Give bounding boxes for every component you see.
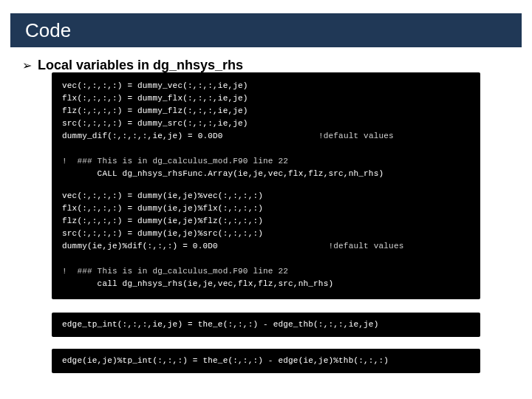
code-line: flx(:,:,:,:) = dummy_flx(:,:,:,ie,je) [62, 94, 248, 103]
code-line: src(:,:,:,:) = dummy_src(:,:,:,ie,je) [62, 119, 248, 128]
bullet-text: Local variables in dg_nhsys_rhs [38, 58, 243, 73]
code-block-1: vec(:,:,:,:) = dummy_vec(:,:,:,ie,je) fl… [52, 72, 480, 189]
code-line: flx(:,:,:,:) = dummy(ie,je)%flx(:,:,:,:) [62, 204, 263, 213]
code-line: vec(:,:,:,:) = dummy(ie,je)%vec(:,:,:,:) [62, 191, 263, 200]
code-line: edge(ie,je)%tp_int(:,:,:) = the_e(:,:,:)… [62, 356, 389, 365]
code-comment: ! ### This is in dg_calculus_mod.F90 lin… [62, 267, 288, 276]
code-line: dummy_dif(:,:,:,:,ie,je) = 0.0D0 [62, 132, 223, 140]
code-comment: !default values [318, 132, 394, 140]
code-line: flz(:,:,:,:) = dummy_flz(:,:,:,ie,je) [62, 106, 248, 115]
code-comment: ! ### This is in dg_calculus_mod.F90 lin… [62, 157, 288, 166]
code-line: CALL dg_nhsys_rhsFunc.Array(ie,je,vec,fl… [62, 169, 383, 178]
code-line: vec(:,:,:,:) = dummy_vec(:,:,:,ie,je) [62, 81, 248, 90]
code-block-4: edge(ie,je)%tp_int(:,:,:) = the_e(:,:,:)… [52, 349, 480, 373]
code-line: call dg_nhsys_rhs(ie,je,vec,flx,flz,src,… [62, 279, 333, 288]
code-comment: !default values [328, 242, 403, 250]
slide-title: Code [25, 19, 71, 42]
slide: Code ➢ Local variables in dg_nhsys_rhs v… [0, 0, 532, 399]
code-line: edge_tp_int(:,:,:,ie,je) = the_e(:,:,:) … [62, 320, 378, 329]
bullet-row: ➢ Local variables in dg_nhsys_rhs [22, 58, 510, 73]
code-line: src(:,:,:,:) = dummy(ie,je)%src(:,:,:,:) [62, 229, 263, 238]
title-bar: Code [10, 13, 522, 47]
code-line: dummy(ie,je)%dif(:,:,:) = 0.0D0 [62, 242, 218, 250]
code-block-2: vec(:,:,:,:) = dummy(ie,je)%vec(:,:,:,:)… [52, 183, 480, 299]
code-line: flz(:,:,:,:) = dummy(ie,je)%flz(:,:,:,:) [62, 216, 263, 225]
chevron-right-icon: ➢ [22, 60, 32, 72]
code-block-3: edge_tp_int(:,:,:,ie,je) = the_e(:,:,:) … [52, 313, 480, 337]
